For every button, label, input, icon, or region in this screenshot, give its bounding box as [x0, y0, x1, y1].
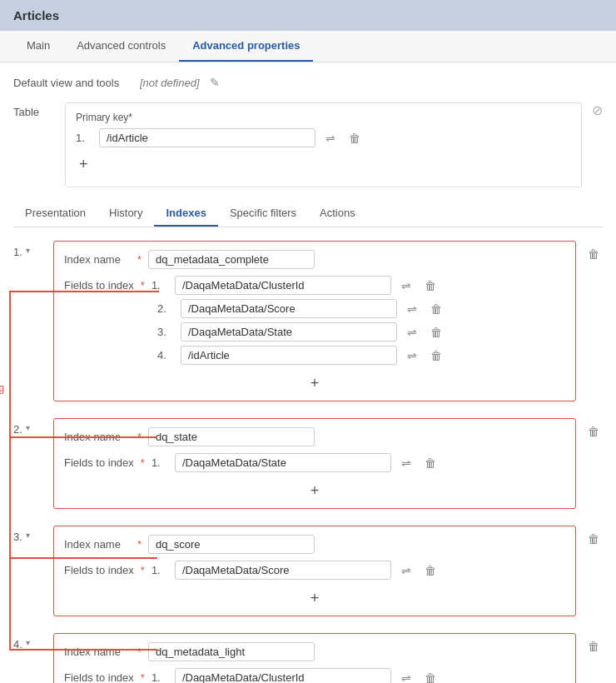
field-1-input-1[interactable] — [175, 276, 391, 295]
add-field-3-btn[interactable]: + — [307, 590, 323, 607]
delete-index-3-btn[interactable]: 🗑 — [584, 526, 603, 547]
convert-icon[interactable]: ⇌ — [322, 130, 339, 147]
convert-icon-f1-2[interactable]: ⇌ — [404, 301, 420, 317]
subtab-actions[interactable]: Actions — [308, 201, 367, 227]
delete-index-1-btn[interactable]: 🗑 — [584, 241, 603, 262]
required-star-3: * — [137, 538, 142, 551]
index-block-2: 2. ▾ Index name * Fields to index * 1. ⇌… — [13, 418, 603, 509]
convert-icon-f1-4[interactable]: ⇌ — [404, 347, 420, 364]
index-name-input-4[interactable] — [148, 642, 315, 661]
delete-icon-f1-4[interactable]: 🗑 — [427, 347, 445, 364]
delete-icon-f1-3[interactable]: 🗑 — [427, 324, 445, 341]
tab-advanced-properties[interactable]: Advanced properties — [179, 31, 313, 62]
add-field-1-btn[interactable]: + — [307, 375, 323, 392]
delete-icon-f1-2[interactable]: 🗑 — [427, 301, 445, 317]
fields-label-2: Fields to index — [64, 456, 134, 469]
index-name-input-1[interactable] — [148, 250, 315, 269]
convert-icon-f1-3[interactable]: ⇌ — [404, 324, 420, 341]
convert-icon-f3-1[interactable]: ⇌ — [398, 562, 415, 579]
required-star-f3: * — [141, 564, 145, 576]
title-bar: Articles — [0, 0, 616, 31]
index-block-4: 4. ▾ Index name * Fields to index * 1. ⇌… — [13, 633, 603, 683]
index-name-label-1: Index name — [64, 253, 131, 266]
index-name-input-3[interactable] — [148, 535, 315, 554]
tab-advanced-controls[interactable]: Advanced controls — [63, 31, 179, 62]
delete-icon[interactable]: 🗑 — [345, 130, 364, 147]
table-label: Table — [13, 102, 55, 187]
index-2-num: 2. — [13, 423, 22, 436]
page-title: Articles — [13, 8, 59, 22]
tabs-bar: Main Advanced controls Advanced properti… — [0, 31, 616, 62]
required-star-1: * — [137, 253, 142, 266]
field-1-input-3[interactable] — [181, 322, 397, 342]
fields-label-1: Fields to index — [64, 279, 134, 292]
delete-icon-f3-1[interactable]: 🗑 — [421, 562, 440, 579]
delete-index-2-btn[interactable]: 🗑 — [584, 418, 603, 440]
field-2-1-num: 1. — [152, 456, 168, 469]
primary-key-input[interactable] — [99, 128, 315, 147]
index-1-num: 1. — [13, 246, 22, 258]
subtab-specific-filters[interactable]: Specific filters — [218, 201, 308, 227]
index-name-input-2[interactable] — [148, 427, 315, 446]
field-4-1-num: 1. — [152, 671, 168, 683]
field-3-1-num: 1. — [152, 564, 168, 576]
index-block-3: 3. ▾ Index name * Fields to index * 1. ⇌… — [13, 526, 603, 616]
field-2-num: 2. — [157, 302, 174, 315]
subtabs-bar: Presentation History Indexes Specific fi… — [13, 201, 603, 227]
add-field-2-btn[interactable]: + — [307, 482, 323, 500]
delete-icon-f1-1[interactable]: 🗑 — [421, 277, 440, 294]
required-star-4: * — [137, 646, 142, 658]
slash-icon: ⊘ — [592, 102, 603, 187]
annotation-text: Indexes provide better response time whe… — [0, 366, 5, 411]
delete-index-4-btn[interactable]: 🗑 — [584, 633, 603, 655]
subtab-indexes[interactable]: Indexes — [154, 201, 217, 227]
convert-icon-f4-1[interactable]: ⇌ — [398, 670, 415, 684]
delete-icon-f4-1[interactable]: 🗑 — [421, 670, 440, 684]
field-3-num: 3. — [157, 326, 174, 338]
index-block-1: 1. ▾ Index name * Fields to index * 1. ⇌… — [13, 241, 603, 401]
field-2-input-1[interactable] — [175, 453, 391, 472]
convert-icon-f2-1[interactable]: ⇌ — [398, 455, 415, 471]
field-4-input-1[interactable] — [175, 668, 391, 683]
default-view-label: Default view and tools — [13, 77, 130, 89]
index-2-dropdown[interactable]: ▾ — [26, 423, 30, 432]
edit-icon[interactable]: ✎ — [210, 76, 220, 89]
add-primary-key-btn[interactable]: + — [76, 156, 92, 173]
index-1-dropdown[interactable]: ▾ — [26, 246, 30, 255]
field-1-input-4[interactable] — [181, 346, 397, 365]
field-1-input-2[interactable] — [181, 299, 397, 318]
default-view-value: [not defined] — [140, 77, 200, 89]
tab-main[interactable]: Main — [13, 31, 63, 62]
fields-label-4: Fields to index — [64, 671, 134, 683]
required-star-f2: * — [141, 456, 145, 469]
required-star-f1: * — [141, 279, 145, 292]
index-name-label-4: Index name — [64, 646, 131, 658]
index-name-label-3: Index name — [64, 538, 131, 551]
field-3-input-1[interactable] — [175, 561, 391, 580]
delete-icon-f2-1[interactable]: 🗑 — [421, 455, 440, 471]
subtab-presentation[interactable]: Presentation — [13, 201, 97, 227]
required-star-f4: * — [141, 671, 145, 683]
field-1-num: 1. — [152, 279, 168, 292]
subtab-history[interactable]: History — [97, 201, 154, 227]
field-4-num: 4. — [157, 349, 174, 361]
index-3-num: 3. — [13, 531, 22, 543]
field-num: 1. — [76, 132, 92, 144]
convert-icon-f1-1[interactable]: ⇌ — [398, 277, 415, 294]
index-3-dropdown[interactable]: ▾ — [26, 531, 30, 540]
fields-label-3: Fields to index — [64, 564, 134, 576]
index-4-dropdown[interactable]: ▾ — [26, 638, 30, 647]
primary-key-label: Primary key* — [76, 112, 571, 123]
